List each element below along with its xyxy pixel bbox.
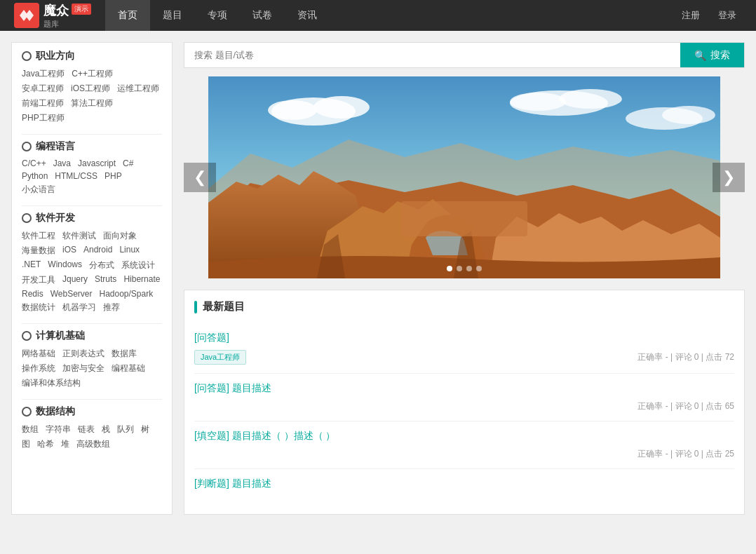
sidebar-link-python[interactable]: Python: [22, 171, 48, 181]
svg-point-3: [268, 100, 317, 120]
sidebar-link-minor-lang[interactable]: 小众语言: [22, 184, 55, 196]
search-input[interactable]: [184, 43, 680, 67]
sidebar-link-software-engineering[interactable]: 软件工程: [22, 230, 55, 242]
sidebar-link-php[interactable]: PHP: [104, 171, 122, 181]
software-links: 软件工程 软件测试 面向对象 海量数据 iOS Android Linux .N…: [22, 230, 162, 313]
sidebar-link-security[interactable]: 加密与安全: [62, 363, 104, 374]
sidebar-link-csharp[interactable]: C#: [123, 158, 133, 168]
carousel-next-button[interactable]: ❯: [713, 163, 745, 192]
carousel-dot-2[interactable]: [457, 266, 462, 271]
carousel-prev-button[interactable]: ❮: [184, 163, 216, 192]
sidebar-link-recommend[interactable]: 推荐: [103, 302, 120, 313]
sidebar-link-compiler[interactable]: 编译和体系结构: [22, 377, 81, 389]
sidebar-link-android-engineer[interactable]: 安卓工程师: [22, 83, 64, 95]
sidebar-link-dotnet[interactable]: .NET: [22, 259, 41, 271]
sidebar-section-cs: 计算机基础 网络基础 正则表达式 数据库 操作系统 加密与安全 编程基础 编译和…: [22, 330, 162, 389]
sidebar-link-regex[interactable]: 正则表达式: [62, 348, 104, 360]
header-right: 注册 登录: [676, 6, 742, 25]
sidebar-link-frontend-engineer[interactable]: 前端工程师: [22, 97, 64, 109]
sidebar-link-jquery[interactable]: Jquery: [62, 274, 88, 286]
circle-icon-2: [22, 142, 32, 151]
question-stats-3: 正确率 - | 评论 0 | 点击 25: [637, 448, 734, 460]
sidebar-link-windows[interactable]: Windows: [48, 259, 82, 271]
nav-item-special[interactable]: 专项: [195, 0, 240, 31]
logo-text: 魔众 演示 题库: [43, 2, 91, 29]
sidebar-link-cpp-engineer[interactable]: C++工程师: [72, 68, 113, 80]
sidebar-link-big-data[interactable]: 海量数据: [22, 245, 55, 257]
sidebar-link-os[interactable]: 操作系统: [22, 363, 55, 374]
nav-item-exam[interactable]: 试卷: [240, 0, 285, 31]
sidebar-link-struts[interactable]: Struts: [95, 274, 116, 286]
sidebar-link-tree[interactable]: 树: [141, 424, 149, 435]
sidebar-link-array[interactable]: 数组: [22, 424, 39, 435]
sidebar-link-ios-engineer[interactable]: iOS工程师: [71, 83, 110, 95]
sidebar-link-linux[interactable]: Linux: [119, 245, 140, 257]
sidebar-link-graph[interactable]: 图: [22, 438, 30, 450]
sidebar-link-hadoop[interactable]: Hadoop/Spark: [100, 289, 154, 299]
question-link-2[interactable]: [问答题] 题目描述: [194, 382, 734, 395]
sidebar-link-string[interactable]: 字符串: [46, 424, 71, 435]
question-item-2: [问答题] 题目描述 正确率 - | 评论 0 | 点击 65: [194, 374, 734, 421]
question-link-3[interactable]: [填空题] 题目描述（ ）描述（ ）: [194, 430, 734, 442]
carousel-dots: [447, 266, 482, 271]
sidebar-link-oop[interactable]: 面向对象: [103, 230, 137, 242]
sidebar-link-ml[interactable]: 机器学习: [62, 302, 96, 313]
sidebar-link-algorithm-engineer[interactable]: 算法工程师: [71, 97, 113, 109]
career-links: Java工程师 C++工程师 安卓工程师 iOS工程师 运维工程师 前端工程师 …: [22, 68, 162, 124]
sidebar-link-network[interactable]: 网络基础: [22, 348, 55, 360]
divider-2: [22, 205, 162, 206]
nav-item-news[interactable]: 资讯: [285, 0, 330, 31]
question-meta-2: 正确率 - | 评论 0 | 点击 65: [194, 400, 734, 412]
sidebar-link-javascript[interactable]: Javascript: [78, 158, 116, 168]
question-stats-1: 正确率 - | 评论 0 | 点击 72: [637, 351, 734, 363]
sidebar-link-heap[interactable]: 堆: [61, 438, 69, 450]
sidebar-link-redis[interactable]: Redis: [22, 289, 43, 299]
sidebar-link-ops-engineer[interactable]: 运维工程师: [117, 83, 159, 95]
sidebar-link-java-engineer[interactable]: Java工程师: [22, 68, 65, 80]
carousel-dot-1[interactable]: [447, 266, 452, 271]
section-bar: [194, 301, 197, 313]
question-link-4[interactable]: [判断题] 题目描述: [194, 478, 734, 490]
carousel-dot-4[interactable]: [476, 266, 482, 271]
sidebar-link-stack[interactable]: 栈: [102, 424, 110, 435]
divider-1: [22, 134, 162, 135]
carousel-image: [184, 76, 745, 278]
sidebar-link-hash[interactable]: 哈希: [37, 438, 54, 450]
sidebar-link-data-stats[interactable]: 数据统计: [22, 302, 55, 313]
sidebar-link-dev-tools[interactable]: 开发工具: [22, 274, 55, 286]
nav-item-home[interactable]: 首页: [105, 0, 150, 31]
sidebar-link-software-testing[interactable]: 软件测试: [62, 230, 96, 242]
sidebar-link-html[interactable]: HTML/CSS: [55, 171, 97, 181]
question-item-4: [判断题] 题目描述: [194, 469, 734, 504]
circle-icon-3: [22, 213, 32, 223]
circle-icon-5: [22, 407, 32, 417]
sidebar-link-db[interactable]: 数据库: [112, 348, 137, 360]
sidebar-link-webserver[interactable]: WebServer: [50, 289, 93, 299]
question-link-1[interactable]: [问答题]: [194, 332, 734, 344]
sidebar-title-ds: 数据结构: [22, 405, 162, 418]
carousel: ❮ ❯: [184, 76, 745, 278]
ds-links: 数组 字符串 链表 栈 队列 树 图 哈希 堆 高级数组: [22, 424, 162, 450]
search-icon: 🔍: [694, 50, 706, 61]
sidebar-title-lang: 编程语言: [22, 140, 162, 153]
question-tag-1[interactable]: Java工程师: [194, 350, 246, 365]
sidebar-link-java[interactable]: Java: [53, 158, 71, 168]
carousel-dot-3[interactable]: [466, 266, 472, 271]
sidebar-link-hibernate[interactable]: Hibernate: [123, 274, 160, 286]
sidebar-link-c[interactable]: C/C++: [22, 158, 46, 168]
register-button[interactable]: 注册: [676, 6, 706, 25]
sidebar-link-advanced-array[interactable]: 高级数组: [76, 438, 110, 450]
login-button[interactable]: 登录: [713, 6, 742, 25]
header: 魔众 演示 题库 首页 题目 专项 试卷 资讯 注册 登录: [0, 0, 756, 31]
sidebar-link-ios[interactable]: iOS: [62, 245, 76, 257]
sidebar-link-linked-list[interactable]: 链表: [78, 424, 95, 435]
main-content: 🔍 搜索: [184, 42, 745, 515]
sidebar-link-distributed[interactable]: 分布式: [89, 259, 114, 271]
search-button[interactable]: 🔍 搜索: [680, 43, 744, 67]
sidebar-link-android[interactable]: Android: [83, 245, 112, 257]
sidebar-link-system-design[interactable]: 系统设计: [121, 259, 155, 271]
sidebar-link-queue[interactable]: 队列: [117, 424, 134, 435]
sidebar-link-programming-basics[interactable]: 编程基础: [112, 363, 145, 374]
nav-item-questions[interactable]: 题目: [150, 0, 195, 31]
sidebar-link-php-engineer[interactable]: PHP工程师: [22, 112, 65, 124]
